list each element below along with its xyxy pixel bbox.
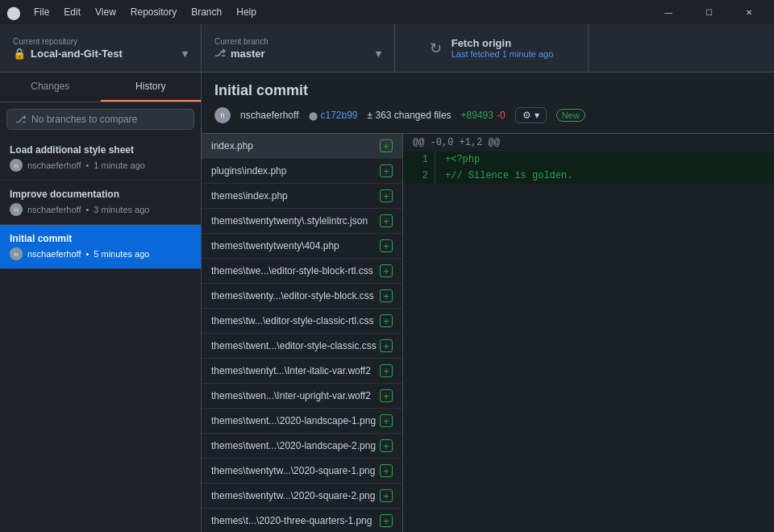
sha-value: c172b99 — [321, 110, 358, 121]
commit-time-1: 3 minutes ago — [94, 205, 149, 214]
lock-icon: 🔒 — [13, 48, 26, 60]
file-item-3[interactable]: themes\twentytwenty\.stylelintrc.json + — [202, 209, 402, 234]
file-name-3: themes\twentytwenty\.stylelintrc.json — [211, 215, 380, 227]
commit-time-0: 1 minute ago — [94, 160, 145, 170]
file-item-9[interactable]: themes\twentyt...\Inter-italic-var.woff2… — [202, 359, 402, 384]
commit-item-2[interactable]: Initial commit n nschaeferhoff • 5 minut… — [0, 225, 201, 269]
file-name-5: themes\twe...\editor-style-block-rtl.css — [211, 265, 380, 276]
file-name-15: themes\t...\2020-three-quarters-1.png — [211, 515, 380, 526]
file-item-8[interactable]: themes\twent...\editor-style-classic.css… — [202, 334, 402, 359]
file-name-6: themes\twenty...\editor-style-block.css — [211, 290, 380, 301]
commit-meta-0: n nschaeferhoff • 1 minute ago — [10, 159, 191, 172]
file-item-12[interactable]: themes\twent...\2020-landscape-2.png + — [202, 434, 402, 459]
file-add-icon-5: + — [380, 264, 393, 277]
commit-title-2: Initial commit — [10, 233, 191, 244]
file-name-12: themes\twent...\2020-landscape-2.png — [211, 440, 380, 451]
github-logo-icon: ⬤ — [6, 5, 21, 20]
branch-select-icon: ⎇ — [15, 114, 27, 125]
file-name-8: themes\twent...\editor-style-classic.css — [211, 340, 380, 351]
file-item-15[interactable]: themes\t...\2020-three-quarters-1.png + — [202, 509, 402, 532]
branch-icon: ⎇ — [214, 48, 226, 59]
file-name-2: themes\index.php — [211, 190, 380, 202]
titlebar-menu: File Edit View Repository Branch Help — [27, 5, 263, 19]
file-name-7: themes\tw...\editor-style-classic-rtl.cs… — [211, 315, 380, 326]
minimize-button[interactable]: — — [650, 0, 687, 24]
diff-area: index.php + plugins\index.php + themes\i… — [202, 134, 774, 532]
titlebar-left: ⬤ File Edit View Repository Branch Help — [6, 5, 263, 20]
file-item-11[interactable]: themes\twent...\2020-landscape-1.png + — [202, 409, 402, 434]
tab-changes[interactable]: Changes — [0, 73, 101, 102]
fetch-icon: ↻ — [430, 39, 442, 57]
file-item-10[interactable]: themes\twen...\Inter-upright-var.woff2 + — [202, 384, 402, 409]
file-item-7[interactable]: themes\tw...\editor-style-classic-rtl.cs… — [202, 309, 402, 334]
commit-meta-row: n nschaeferhoff ⬤ c172b99 ± 363 changed … — [214, 107, 761, 123]
commit-title-0: Load additional style sheet — [10, 144, 191, 156]
current-repo-section[interactable]: Current repository 🔒 Local-and-Git-Test … — [0, 24, 202, 72]
file-name-10: themes\twen...\Inter-upright-var.woff2 — [211, 390, 380, 401]
file-add-icon-8: + — [380, 339, 393, 352]
gear-icon: ⚙ — [522, 110, 531, 121]
file-item-6[interactable]: themes\twenty...\editor-style-block.css … — [202, 284, 402, 309]
file-list: index.php + plugins\index.php + themes\i… — [202, 134, 403, 532]
commit-sha: ⬤ c172b99 — [309, 110, 358, 121]
file-add-icon-0: + — [380, 139, 393, 152]
diff-line-content-2: +// Silence is golden. — [435, 168, 582, 184]
menu-branch[interactable]: Branch — [185, 5, 228, 19]
close-button[interactable]: ✕ — [730, 0, 768, 24]
current-branch-section[interactable]: Current branch ⎇ master ▾ — [202, 24, 395, 72]
menu-view[interactable]: View — [89, 5, 123, 19]
menu-edit[interactable]: Edit — [57, 5, 87, 19]
fetch-title: Fetch origin — [452, 37, 554, 49]
commit-item-0[interactable]: Load additional style sheet n nschaeferh… — [0, 136, 201, 181]
file-item-0[interactable]: index.php + — [202, 134, 402, 159]
fetch-sub: Last fetched 1 minute ago — [452, 49, 554, 59]
maximize-button[interactable]: ☐ — [690, 0, 727, 24]
menu-help[interactable]: Help — [230, 5, 263, 19]
menu-repository[interactable]: Repository — [124, 5, 183, 19]
additions: +89493 — [461, 110, 493, 121]
plus-minus-icon: ± — [368, 110, 373, 121]
branch-label: Current branch — [214, 37, 381, 46]
file-add-icon-13: + — [380, 464, 393, 477]
commit-time-2: 5 minutes ago — [94, 249, 149, 259]
commit-author-1: nschaeferhoff — [27, 205, 81, 214]
avatar-1: n — [10, 203, 23, 216]
sidebar: Changes History ⎇ No branches to compare… — [0, 73, 202, 532]
commit-avatar-icon: n — [214, 107, 231, 123]
diff-line-1: 1 +<?php — [403, 152, 774, 168]
diff-line-2: 2 +// Silence is golden. — [403, 168, 774, 184]
file-add-icon-14: + — [380, 489, 393, 502]
changed-files-count: 363 changed files — [375, 110, 451, 121]
tab-history[interactable]: History — [101, 73, 202, 102]
file-add-icon-4: + — [380, 239, 393, 252]
settings-button[interactable]: ⚙ ▾ — [515, 107, 547, 123]
file-item-14[interactable]: themes\twentytw...\2020-square-2.png + — [202, 484, 402, 509]
diff-line-content-1: +<?php — [435, 152, 489, 168]
commit-list: Load additional style sheet n nschaeferh… — [0, 136, 201, 532]
file-name-4: themes\twentytwenty\404.php — [211, 240, 380, 251]
toolbar: Current repository 🔒 Local-and-Git-Test … — [0, 24, 774, 73]
commit-item-1[interactable]: Improve documentation n nschaeferhoff • … — [0, 181, 201, 225]
titlebar-controls: — ☐ ✕ — [650, 0, 768, 24]
sha-dot-icon: ⬤ — [309, 111, 318, 120]
file-add-icon-15: + — [380, 514, 393, 527]
deletions: -0 — [497, 110, 506, 121]
file-name-1: plugins\index.php — [211, 165, 380, 177]
file-item-5[interactable]: themes\twe...\editor-style-block-rtl.css… — [202, 259, 402, 284]
diff-viewer: @@ -0,0 +1,2 @@ 1 +<?php 2 +// Silence i… — [403, 134, 774, 532]
file-add-icon-3: + — [380, 214, 393, 227]
commit-header-title: Initial commit — [214, 82, 761, 99]
main-area: Changes History ⎇ No branches to compare… — [0, 73, 774, 532]
branch-select[interactable]: ⎇ No branches to compare — [6, 109, 194, 130]
file-item-13[interactable]: themes\twentytw...\2020-square-1.png + — [202, 459, 402, 484]
file-add-icon-2: + — [380, 189, 393, 202]
file-add-icon-6: + — [380, 289, 393, 302]
menu-file[interactable]: File — [27, 5, 56, 19]
file-item-1[interactable]: plugins\index.php + — [202, 159, 402, 184]
fetch-origin-section[interactable]: ↻ Fetch origin Last fetched 1 minute ago — [395, 24, 589, 72]
branch-chevron-icon: ▾ — [376, 48, 381, 60]
file-item-2[interactable]: themes\index.php + — [202, 184, 402, 209]
file-name-9: themes\twentyt...\Inter-italic-var.woff2 — [211, 365, 380, 376]
file-add-icon-9: + — [380, 364, 393, 377]
file-item-4[interactable]: themes\twentytwenty\404.php + — [202, 234, 402, 259]
